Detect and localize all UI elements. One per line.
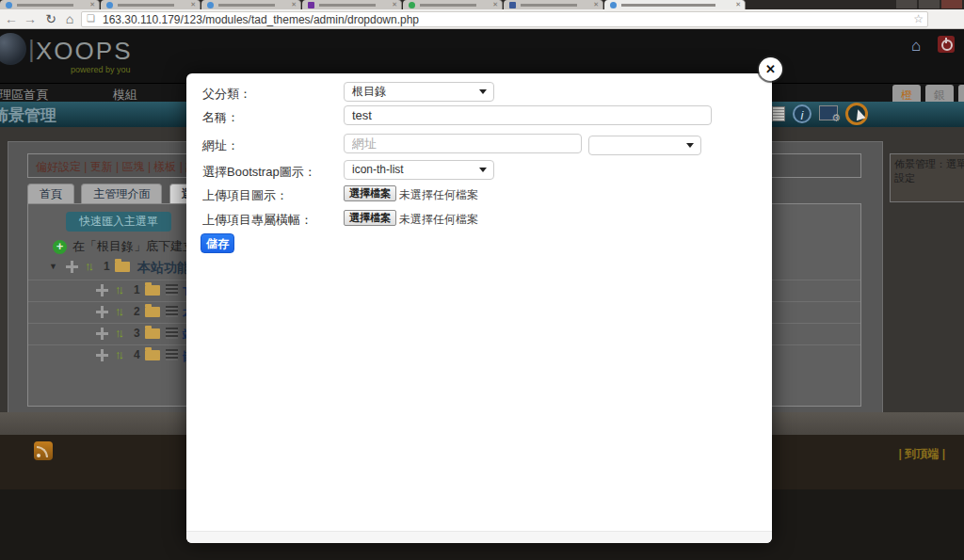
name-field[interactable] — [344, 105, 712, 125]
list-icon — [166, 349, 178, 360]
save-button[interactable]: 儲存 — [201, 233, 234, 253]
bootstrap-icon-select[interactable]: icon-th-list — [344, 160, 494, 180]
site-home-icon[interactable]: ⌂ — [911, 37, 921, 56]
rss-icon[interactable] — [34, 441, 53, 460]
move-icon[interactable] — [96, 306, 108, 318]
move-icon[interactable] — [96, 284, 108, 296]
tab-close-icon[interactable]: ✕ — [392, 1, 397, 8]
parent-category-value: 根目錄 — [352, 85, 386, 98]
home-icon[interactable]: ⌂ — [60, 9, 79, 28]
upload-icon-label: 上傳項目圖示： — [202, 187, 288, 204]
tree-item-number: 3 — [134, 327, 140, 340]
move-icon[interactable] — [66, 261, 78, 273]
xoops-logo-text[interactable]: XOOPS — [36, 37, 132, 66]
tab-title-smudge — [420, 4, 476, 7]
minimize-button[interactable] — [896, 0, 917, 8]
xoops-logo-icon — [0, 33, 26, 65]
tab-favicon — [6, 2, 12, 8]
info-icon[interactable]: i — [793, 104, 811, 123]
browser-tab[interactable]: ✕ — [504, 0, 603, 9]
sort-arrows-icon[interactable]: ↑↓ — [115, 304, 121, 318]
move-icon[interactable] — [96, 349, 108, 361]
tab-close-icon[interactable]: ✕ — [89, 1, 95, 8]
tab-favicon — [106, 2, 113, 8]
choose-file-button-banner[interactable]: 選擇檔案 — [344, 210, 396, 226]
folder-icon — [115, 262, 130, 272]
tab-title-smudge — [521, 4, 577, 7]
to-top-link[interactable]: | 到頂端 | — [899, 446, 945, 462]
folder-icon — [145, 285, 160, 296]
browser-tab[interactable]: ✕ — [0, 0, 100, 9]
tree-item-number: 2 — [134, 305, 140, 318]
parent-category-label: 父分類： — [202, 86, 251, 103]
tab-title-smudge — [17, 4, 73, 7]
bookmark-star-icon[interactable]: ☆ — [913, 12, 924, 25]
browser-tab[interactable]: ✕ — [201, 0, 301, 9]
sort-arrows-icon[interactable]: ↑↓ — [115, 282, 121, 296]
browser-tabstrip: ✕ ✕ ✕ ✕ ✕ ✕ ✕ — [0, 0, 964, 9]
logo-tagline: powered by you — [71, 65, 131, 74]
breadcrumb-box: 佈景管理：選單設定 — [890, 153, 964, 202]
browser-tab[interactable]: ✕ — [403, 0, 503, 9]
forward-icon[interactable]: → — [21, 9, 40, 28]
tab-favicon — [610, 2, 617, 8]
chevron-down-icon — [686, 143, 694, 148]
list-icon — [166, 284, 178, 296]
maximize-button[interactable] — [919, 0, 940, 8]
tab-title-smudge — [118, 4, 174, 7]
tab-close-icon[interactable]: ✕ — [291, 1, 297, 8]
folder-icon — [145, 307, 160, 317]
folder-icon — [145, 350, 160, 360]
modal-close-icon[interactable]: ✕ — [759, 57, 782, 81]
screen-settings-icon[interactable]: ⚙ — [819, 105, 838, 120]
no-file-text: 未選擇任何檔案 — [399, 212, 478, 228]
tab-favicon — [207, 2, 214, 8]
tab-home[interactable]: 首頁 — [27, 184, 74, 203]
window-controls — [896, 0, 962, 9]
sort-arrows-icon[interactable]: ↑↓ — [115, 347, 121, 361]
breadcrumb-text: 佈景管理：選單設定 — [894, 158, 964, 184]
browser-tab[interactable]: ✕ — [302, 0, 402, 9]
pointer-help-icon[interactable] — [845, 103, 868, 125]
browser-tab[interactable]: ✕ — [101, 0, 201, 9]
screen: ✕ ✕ ✕ ✕ ✕ ✕ ✕ ← → ↻ ⌂ ❏ 163.30.110.179/1… — [0, 0, 964, 560]
bootstrap-icon-value: icon-th-list — [352, 163, 404, 176]
tab-close-icon[interactable]: ✕ — [492, 1, 498, 8]
quick-import-button[interactable]: 快速匯入主選單 — [66, 212, 171, 232]
reload-icon[interactable]: ↻ — [41, 9, 60, 28]
tree-item-number: 1 — [134, 283, 140, 296]
tab-favicon — [509, 2, 516, 8]
list-icon — [166, 306, 178, 317]
tab-close-icon[interactable]: ✕ — [190, 1, 196, 8]
upload-banner-label: 上傳項目專屬橫幅： — [202, 212, 313, 229]
collapse-icon[interactable]: ▼ — [49, 262, 57, 271]
tab-main-admin[interactable]: 主管理介面 — [81, 184, 162, 203]
url-bar[interactable]: ❏ 163.30.110.179/123/modules/tad_themes/… — [81, 11, 928, 27]
menu-list-icon[interactable] — [772, 106, 785, 121]
tree-item-number: 4 — [134, 348, 140, 361]
gear-icon: ⚙ — [831, 112, 841, 124]
logo-divider: | — [28, 35, 35, 64]
logout-power-icon[interactable] — [938, 36, 955, 53]
chevron-down-icon — [479, 168, 487, 172]
choose-file-button-icon[interactable]: 選擇檔案 — [344, 185, 396, 201]
parent-category-select[interactable]: 根目錄 — [344, 82, 494, 102]
url-field[interactable] — [344, 134, 582, 153]
bootstrap-icon-label: 選擇Bootstrap圖示： — [202, 164, 316, 181]
url-target-select[interactable] — [588, 136, 701, 155]
sort-arrows-icon[interactable]: ↑↓ — [85, 259, 91, 273]
browser-tab-active[interactable]: ✕ — [604, 0, 746, 9]
plus-icon[interactable]: + — [53, 240, 67, 254]
close-window-button[interactable] — [941, 0, 962, 8]
list-icon — [166, 328, 178, 339]
url-text[interactable]: 163.30.110.179/123/modules/tad_themes/ad… — [103, 13, 419, 26]
tab-favicon — [409, 2, 415, 8]
tab-close-icon[interactable]: ✕ — [735, 1, 741, 8]
tab-favicon — [308, 2, 314, 8]
move-icon[interactable] — [96, 328, 108, 340]
sort-arrows-icon[interactable]: ↑↓ — [115, 326, 121, 340]
back-icon[interactable]: ← — [2, 9, 21, 28]
tab-close-icon[interactable]: ✕ — [593, 1, 599, 8]
modal-footer — [186, 531, 772, 543]
tab-title-smudge — [319, 4, 376, 7]
